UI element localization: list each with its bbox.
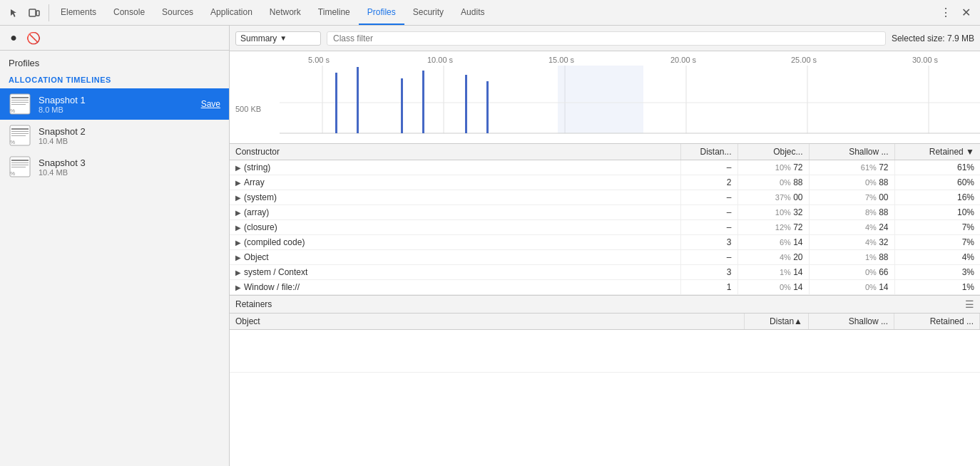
th-constructor[interactable]: Constructor — [230, 144, 680, 160]
tab-network[interactable]: Network — [261, 0, 310, 25]
th-shallow[interactable]: Shallow ... — [809, 144, 894, 160]
svg-text:500 KB: 500 KB — [235, 105, 261, 113]
snapshot-item-2[interactable]: % Snapshot 2 10.4 MB — [0, 120, 229, 151]
cell-retained: 3% — [894, 265, 980, 280]
cell-objects: 10% 32 — [737, 205, 809, 220]
tab-console[interactable]: Console — [105, 0, 153, 25]
sidebar-toolbar: ● 🚫 — [0, 26, 229, 51]
tab-timeline[interactable]: Timeline — [310, 0, 359, 25]
cell-objects: 1% 14 — [737, 265, 809, 280]
snapshot-icon-2: % — [9, 124, 31, 147]
cell-retained: 7% — [894, 220, 980, 235]
th-objects[interactable]: Objec... — [737, 144, 809, 160]
tab-elements[interactable]: Elements — [52, 0, 105, 25]
svg-rect-41 — [486, 81, 489, 133]
retainers-menu-icon[interactable]: ☰ — [965, 299, 974, 310]
main-layout: ● 🚫 Profiles ALLOCATION TIMELINES % Snap… — [0, 26, 980, 466]
cell-distance: 1 — [680, 280, 737, 295]
nav-icons — [6, 4, 49, 21]
cell-shallow: 4% 24 — [809, 220, 894, 235]
timeline-svg: 500 KB 5.00 s 10.00 s 15.00 s 20.00 s 25… — [230, 51, 980, 144]
cell-constructor: ▶(array) — [230, 205, 680, 220]
table-row[interactable]: ▶Window / file:// 1 0% 14 0% 14 1% — [230, 280, 980, 295]
stop-button[interactable]: 🚫 — [26, 30, 41, 46]
snapshot-1-save-button[interactable]: Save — [201, 99, 220, 109]
svg-text:25.00 s: 25.00 s — [791, 56, 817, 64]
svg-rect-11 — [11, 133, 29, 134]
svg-rect-1 — [36, 11, 39, 16]
svg-text:20.00 s: 20.00 s — [670, 56, 697, 64]
table-row[interactable]: ▶(compiled code) 3 6% 14 4% 32 7% — [230, 235, 980, 250]
cell-distance: – — [680, 220, 737, 235]
table-row[interactable]: ▶(closure) – 12% 72 4% 24 7% — [230, 220, 980, 235]
svg-rect-38 — [401, 78, 403, 133]
cell-objects: 4% 20 — [737, 250, 809, 265]
record-button[interactable]: ● — [6, 30, 21, 46]
snapshot-2-size: 10.4 MB — [39, 137, 220, 145]
svg-rect-12 — [11, 135, 26, 136]
table-row[interactable]: ▶(array) – 10% 32 8% 88 10% — [230, 205, 980, 220]
tab-profiles[interactable]: Profiles — [359, 0, 404, 25]
table-row[interactable]: ▶(system) – 37% 00 7% 00 16% — [230, 190, 980, 205]
svg-rect-27 — [558, 66, 643, 133]
cell-retained: 61% — [894, 160, 980, 175]
cell-objects: 10% 72 — [737, 160, 809, 175]
cell-retained: 7% — [894, 235, 980, 250]
cell-retained: 4% — [894, 250, 980, 265]
svg-rect-40 — [465, 75, 467, 133]
nav-tabs: Elements Console Sources Application Net… — [52, 0, 493, 25]
cell-objects: 12% 72 — [737, 220, 809, 235]
tab-sources[interactable]: Sources — [153, 0, 202, 25]
th-retainer-retained[interactable]: Retained ... — [894, 314, 980, 330]
snapshot-3-size: 10.4 MB — [39, 168, 220, 177]
summary-dropdown-icon: ▼ — [280, 34, 287, 42]
constructor-table-area: Constructor Distan... Objec... Shallow .… — [230, 144, 980, 466]
svg-rect-18 — [11, 167, 26, 167]
snapshot-item-3[interactable]: % Snapshot 3 10.4 MB — [0, 151, 229, 182]
svg-rect-9 — [11, 128, 29, 130]
svg-rect-5 — [11, 102, 29, 103]
svg-rect-10 — [11, 131, 29, 132]
cell-objects: 37% 00 — [737, 190, 809, 205]
devtools-navbar: Elements Console Sources Application Net… — [0, 0, 980, 26]
class-filter-input[interactable] — [327, 31, 886, 46]
table-row — [230, 330, 980, 373]
table-row[interactable]: ▶Object – 4% 20 1% 88 4% — [230, 250, 980, 265]
tab-application[interactable]: Application — [202, 0, 261, 25]
cell-objects: 0% 14 — [737, 280, 809, 295]
more-options-icon[interactable]: ⋮ — [937, 4, 954, 21]
table-row[interactable]: ▶Array 2 0% 88 0% 88 60% — [230, 175, 980, 190]
th-retainer-distance[interactable]: Distan▲ — [745, 314, 809, 330]
th-retained[interactable]: Retained ▼ — [894, 144, 980, 160]
svg-rect-37 — [357, 67, 359, 133]
snapshot-item-1[interactable]: % Snapshot 1 8.0 MB Save — [0, 88, 229, 120]
snapshot-2-info: Snapshot 2 10.4 MB — [39, 126, 220, 145]
th-retainer-object[interactable]: Object — [230, 314, 745, 330]
device-toggle-icon[interactable] — [26, 4, 43, 21]
cell-distance: – — [680, 190, 737, 205]
retainers-table: Object Distan▲ Shallow ... Retained ... — [230, 314, 980, 373]
cell-distance: 3 — [680, 235, 737, 250]
cell-constructor: ▶(string) — [230, 160, 680, 175]
snapshot-1-size: 8.0 MB — [39, 105, 194, 114]
cell-distance: 3 — [680, 265, 737, 280]
cell-retained: 60% — [894, 175, 980, 190]
retainers-title: Retainers — [235, 299, 272, 309]
table-row[interactable]: ▶(string) – 10% 72 61% 72 61% — [230, 160, 980, 175]
tab-audits[interactable]: Audits — [452, 0, 493, 25]
close-devtools-icon[interactable]: ✕ — [957, 4, 974, 21]
tab-security[interactable]: Security — [404, 0, 452, 25]
svg-rect-36 — [335, 73, 337, 133]
cell-retained: 16% — [894, 190, 980, 205]
cell-shallow: 8% 88 — [809, 205, 894, 220]
snapshot-icon-1: % — [9, 93, 31, 115]
table-row[interactable]: ▶system / Context 3 1% 14 0% 66 3% — [230, 265, 980, 280]
th-retainer-shallow[interactable]: Shallow ... — [809, 314, 894, 330]
constructor-table: Constructor Distan... Objec... Shallow .… — [230, 144, 980, 295]
cursor-icon[interactable] — [6, 4, 23, 21]
svg-rect-15 — [11, 160, 29, 161]
th-distance[interactable]: Distan... — [680, 144, 737, 160]
summary-dropdown[interactable]: Summary ▼ — [235, 31, 321, 46]
svg-rect-16 — [11, 162, 29, 163]
svg-text:%: % — [10, 108, 15, 114]
